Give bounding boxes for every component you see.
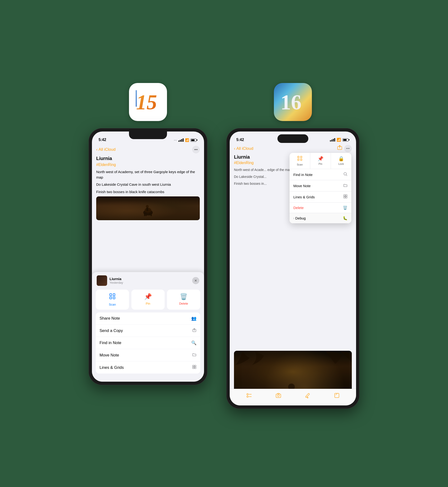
lines-grids-dropdown-label: Lines & Grids	[293, 195, 315, 199]
svg-rect-17	[193, 365, 194, 367]
time-display-16: 5:42	[236, 138, 244, 142]
svg-point-50	[307, 397, 308, 398]
scan-button[interactable]: Scan	[96, 290, 129, 310]
close-icon: ✕	[194, 279, 197, 282]
svg-text:16: 16	[280, 91, 301, 114]
action-sheet: Liurnia Yesterday ✕	[92, 272, 204, 382]
svg-rect-40	[344, 195, 345, 196]
note-line-1: North west of Academy, set of three Garg…	[96, 169, 200, 180]
share-note-item[interactable]: Share Note 👥	[96, 313, 200, 325]
note-line-2: Do Lakeside Crystal Cave in south west L…	[96, 182, 200, 187]
svg-rect-19	[193, 367, 194, 369]
dropdown-menu: Scan 📌 Pin 🔒 Lock Find in Note	[289, 153, 351, 223]
svg-rect-11	[113, 294, 115, 296]
debug-dropdown[interactable]: › Debug 🐛	[289, 213, 351, 223]
debug-dropdown-label: Debug	[295, 216, 306, 220]
nav-back-button-16[interactable]: ‹ All iCloud	[234, 146, 253, 151]
note-line-3: Finish two bosses in black knife catacom…	[96, 189, 200, 195]
sheet-note-title: Liurnia	[110, 277, 123, 281]
bottom-toolbar-16	[230, 389, 356, 405]
nav-bar: ‹ All iCloud •••	[92, 143, 204, 156]
svg-rect-41	[346, 195, 347, 196]
scan-dropdown-label: Scan	[297, 163, 303, 166]
lock-dropdown-item[interactable]: 🔒 Lock	[331, 153, 351, 169]
svg-rect-43	[346, 197, 347, 198]
dropdown-top-row: Scan 📌 Pin 🔒 Lock	[289, 153, 351, 169]
screen-content: 5:42 ··· 📶	[92, 132, 204, 382]
ellipsis-icon-16: •••	[346, 147, 350, 150]
ellipsis-icon: •••	[194, 148, 198, 151]
trash-icon: 🗑️	[180, 293, 187, 300]
lines-grids-item[interactable]: Lines & Grids	[96, 362, 200, 374]
sheet-note-details: Liurnia Yesterday	[110, 277, 123, 284]
sheet-header: Liurnia Yesterday ✕	[96, 275, 200, 286]
svg-rect-8	[145, 213, 147, 216]
markup-button[interactable]	[305, 393, 311, 400]
comparison-row: 15 5:42 ···	[88, 78, 360, 409]
more-button-16[interactable]: •••	[344, 145, 352, 152]
nav-back-button[interactable]: ‹ All iCloud	[96, 147, 115, 152]
notch	[129, 132, 167, 139]
share-button-16[interactable]	[337, 145, 342, 152]
wifi-icon: 📶	[185, 138, 189, 142]
delete-button[interactable]: 🗑️ Delete	[167, 290, 200, 310]
compose-button[interactable]	[334, 393, 340, 400]
svg-rect-9	[149, 213, 150, 215]
ios16-column: 16 5:42	[226, 83, 360, 409]
signal-icon-16	[330, 138, 335, 141]
find-icon: 🔍	[191, 340, 196, 346]
find-in-note-item[interactable]: Find in Note 🔍	[96, 337, 200, 349]
search-icon-dropdown	[343, 172, 348, 177]
svg-rect-12	[110, 297, 112, 299]
delete-label: Delete	[179, 302, 188, 305]
move-note-item[interactable]: Move Note	[96, 349, 200, 362]
svg-rect-20	[194, 367, 196, 369]
horse-rider-icon	[142, 204, 154, 217]
chevron-left-icon: ‹	[96, 147, 98, 152]
svg-rect-7	[151, 213, 152, 216]
pin-icon: 📌	[144, 293, 152, 300]
sheet-close-button[interactable]: ✕	[192, 277, 199, 284]
chevron-right-icon: ›	[293, 217, 294, 220]
pin-dropdown-label: Pin	[319, 162, 322, 165]
sheet-note-date: Yesterday	[110, 281, 123, 284]
scan-label: Scan	[109, 303, 116, 306]
lock-icon-dropdown: 🔒	[338, 156, 344, 161]
checklist-button[interactable]	[246, 393, 252, 400]
action-buttons: Scan 📌 Pin 🗑️ Delete	[96, 290, 200, 310]
delete-dropdown[interactable]: Delete 🗑️	[289, 203, 351, 213]
grid-icon-dropdown	[343, 194, 348, 199]
ios16-screen: 5:42 📶	[230, 132, 356, 405]
folder-icon	[192, 352, 196, 358]
scan-dropdown-item[interactable]: Scan	[289, 153, 310, 169]
svg-rect-6	[144, 213, 145, 216]
menu-section: Share Note 👥 Send a Copy	[96, 313, 200, 374]
nav-actions: •••	[337, 145, 352, 152]
wifi-icon-16: 📶	[336, 138, 341, 142]
lines-grids-dropdown[interactable]: Lines & Grids	[289, 191, 351, 203]
svg-rect-18	[194, 365, 196, 367]
signal-icon	[178, 138, 184, 142]
ios15-phone: 5:42 ··· 📶	[88, 128, 207, 385]
nav-bar-16: ‹ All iCloud	[230, 143, 356, 153]
ios15-icon: 15	[129, 83, 167, 121]
find-in-note-dropdown-label: Find in Note	[293, 173, 312, 177]
pin-dropdown-item[interactable]: 📌 Pin	[310, 153, 331, 169]
share-note-label: Share Note	[100, 316, 120, 321]
pin-label: Pin	[146, 302, 150, 305]
pin-icon-dropdown: 📌	[318, 156, 324, 161]
camera-button[interactable]	[276, 393, 281, 400]
svg-rect-1	[136, 90, 137, 107]
ios15-screen: 5:42 ··· 📶	[92, 132, 204, 382]
svg-point-49	[277, 395, 279, 397]
svg-rect-36	[301, 159, 302, 160]
find-in-note-dropdown[interactable]: Find in Note	[289, 169, 351, 180]
svg-rect-33	[298, 156, 299, 158]
pin-button[interactable]: 📌 Pin	[131, 290, 165, 310]
scan-icon	[109, 293, 116, 301]
sheet-note-info: Liurnia Yesterday	[97, 275, 123, 286]
move-note-dropdown[interactable]: Move Note	[289, 180, 351, 191]
send-copy-item[interactable]: Send a Copy	[96, 325, 200, 337]
svg-rect-13	[113, 297, 115, 299]
more-button[interactable]: •••	[192, 146, 200, 153]
